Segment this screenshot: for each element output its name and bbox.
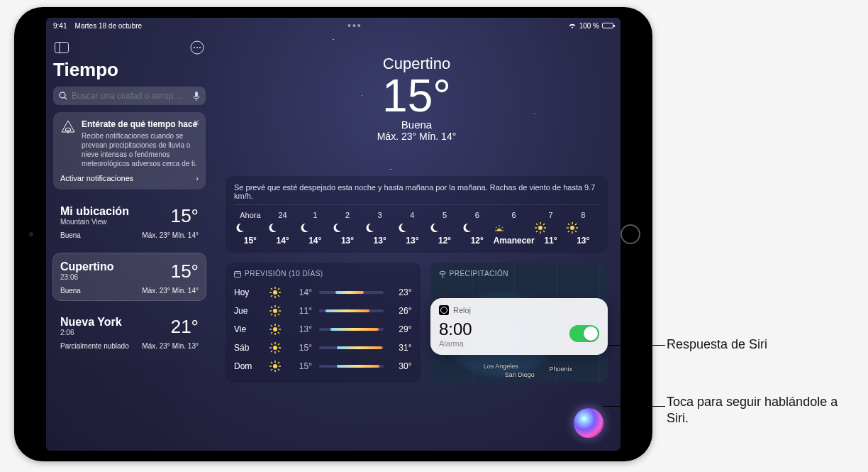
hour-cell: 6 12° [461,211,494,246]
daily-title: PREVISIÓN (10 DÍAS) [245,270,323,278]
hour-label: 5 [428,211,461,219]
calendar-icon [234,270,241,278]
daily-forecast-card[interactable]: PREVISIÓN (10 DÍAS) Hoy 14° 23°Jue 11° 2… [226,263,421,383]
svg-point-41 [273,309,277,313]
search-input[interactable] [72,91,189,101]
svg-point-3 [194,47,195,48]
loc-temp: 15° [171,260,199,282]
map-label-phx: Phoenix [549,366,572,373]
hour-label: 7 [535,211,567,219]
moon-icon [364,222,396,234]
alarm-toggle[interactable] [569,325,599,342]
moon-icon [396,222,429,234]
chevron-right-icon: › [196,174,199,182]
loc-name: Mi ubicación [60,205,129,218]
svg-line-55 [271,325,272,326]
svg-line-37 [271,288,272,290]
hour-temp: 12° [428,236,461,246]
hour-temp: 13° [396,236,429,246]
umbrella-icon [439,270,446,278]
svg-point-6 [60,92,65,98]
loc-hilo: Máx. 23° Mín. 14° [142,231,199,239]
callout-siri-response: Respuesta de Siri [667,337,767,352]
day-low: 15° [291,361,312,371]
mic-icon[interactable] [193,91,200,101]
temp-range-bar [319,309,384,312]
location-card[interactable]: Nueva York 2:06 21° Parcialmente nublado… [53,309,206,356]
hour-cell: 2 13° [331,211,364,246]
loc-temp: 15° [171,205,199,227]
callout-siri-tap: Toca para seguir hablándole a Siri. [667,394,851,427]
siri-app-name: Reloj [453,306,471,314]
day-low: 14° [291,287,312,297]
svg-line-47 [278,314,279,315]
status-time: 9:41 [53,22,67,30]
svg-line-27 [575,231,577,232]
moon-icon [331,222,364,234]
svg-line-20 [536,231,538,232]
sun-icon [535,222,567,234]
sun-icon [269,342,284,353]
hour-label: 4 [396,211,429,219]
clock-app-icon [439,305,449,315]
moon-icon [299,222,331,234]
temp-range-bar [319,291,384,294]
hour-label: 1 [299,211,331,219]
home-button[interactable] [621,224,640,244]
daily-row: Dom 15° 30° [234,357,412,375]
loc-name: Nueva York [60,316,122,329]
notice-cta-label: Activar notificaciones [60,174,133,182]
svg-point-59 [273,346,277,350]
notice-cta[interactable]: Activar notificaciones › [60,174,199,182]
map-label-sd: San Diego [505,371,535,378]
svg-line-39 [278,288,279,290]
more-icon[interactable] [189,39,206,56]
daily-row: Hoy 14° 23° [234,283,412,302]
day-high: 29° [391,324,412,334]
multitask-dots-icon[interactable]: ••• [347,20,362,31]
sun-icon [269,361,284,372]
current-weather: Cupertino 15° Buena Máx. 23° Mín. 14° [226,55,608,142]
svg-line-56 [278,332,279,334]
moon-icon [267,222,299,234]
notice-body: Recibe notificaciones cuando se prevean … [82,131,199,168]
siri-response-card[interactable]: Reloj 8:00 Alarma [430,298,608,355]
hour-cell: 1 14° [299,211,331,246]
screen: 9:41 Martes 18 de octubre ••• 100 % [46,18,621,451]
svg-line-17 [536,224,538,225]
close-icon[interactable]: ✕ [193,118,200,128]
svg-point-68 [273,364,277,368]
location-list: Mi ubicación Mountain View 15° Buena Máx… [53,198,206,356]
wifi-icon [568,22,577,29]
search-field[interactable] [53,87,206,105]
location-card[interactable]: Cupertino 23:06 15° Buena Máx. 23° Mín. … [53,253,206,300]
svg-line-26 [568,224,569,225]
loc-sub: 23:06 [60,273,114,281]
siri-orb-button[interactable] [574,408,603,438]
svg-point-32 [273,290,277,295]
day-high: 30° [391,361,412,371]
status-date: Martes 18 de octubre [75,22,143,30]
loc-sub: Mountain View [60,218,129,226]
sun-icon [269,305,284,317]
svg-rect-8 [195,92,198,97]
svg-line-19 [543,224,545,225]
svg-point-4 [196,47,198,48]
svg-line-49 [271,314,272,315]
day-label: Dom [234,361,262,371]
sun-icon [269,324,284,335]
battery-pct: 100 % [579,22,599,30]
hourly-summary: Se prevé que esté despejado esta noche y… [234,183,599,205]
svg-line-18 [543,231,545,232]
temp-range-bar [319,328,384,331]
hourly-forecast-card[interactable]: Se prevé que esté despejado esta noche y… [226,176,608,253]
sidebar-toggle-icon[interactable] [53,39,70,56]
location-card[interactable]: Mi ubicación Mountain View 15° Buena Máx… [53,198,206,245]
daily-row: Jue 11° 26° [234,302,412,320]
hour-temp: 13° [331,236,364,246]
sun-icon [567,222,599,234]
sunrise-icon [494,222,535,234]
battery-icon [602,23,613,28]
svg-line-65 [278,351,279,352]
day-low: 11° [291,306,312,316]
